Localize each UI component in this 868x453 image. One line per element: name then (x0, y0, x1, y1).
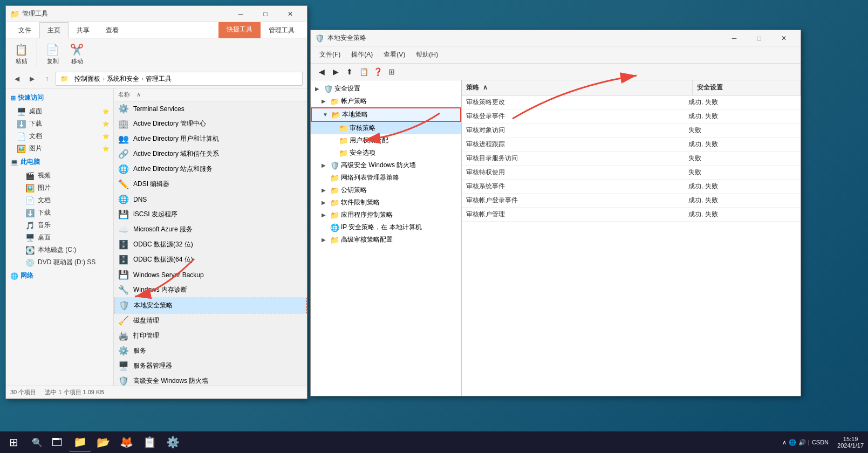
taskbar-item-file[interactable]: 📂 (92, 433, 114, 452)
secpol-menu-file[interactable]: 文件(F) (315, 49, 345, 61)
toolbar-forward-btn[interactable]: ▶ (329, 65, 342, 78)
policy-row-2[interactable]: 审核对象访问 失败 (462, 123, 801, 138)
file-item-ad-center[interactable]: 🏢 Active Directory 管理中心 (114, 116, 307, 132)
secpol-maximize-btn[interactable]: □ (747, 30, 771, 46)
tree-item-audit[interactable]: 📁 审核策略 (311, 122, 461, 134)
tree-item-adv-audit[interactable]: ▶ 📁 高级审核策略配置 (311, 234, 461, 246)
col-policy[interactable]: 策略 ∧ (462, 80, 693, 95)
taskbar-view-btn[interactable]: 🗔 (47, 433, 67, 452)
file-item-secpol[interactable]: 🛡️ 本地安全策略 (114, 298, 307, 313)
policy-row-4[interactable]: 审核目录服务访问 失败 (462, 152, 801, 166)
file-item-dns[interactable]: 🌐 DNS (114, 192, 307, 207)
file-item-adsi[interactable]: ✏️ ADSI 编辑器 (114, 177, 307, 192)
secpol-close-btn[interactable]: ✕ (771, 30, 796, 46)
start-button[interactable]: ⊞ (0, 431, 27, 453)
file-item-printmgmt[interactable]: 🖨️ 打印管理 (114, 328, 307, 344)
file-item-servermgr[interactable]: 🖥️ 服务器管理器 (114, 359, 307, 374)
file-item-wsb[interactable]: 💾 Windows Server Backup (114, 267, 307, 283)
tree-item-ipsec[interactable]: 🌐 IP 安全策略，在 本地计算机 (311, 221, 461, 234)
file-list-header[interactable]: 名称 ∧ (114, 88, 307, 101)
sidebar-item-c-drive[interactable]: 💽 本地磁盘 (C:) (6, 244, 113, 256)
tray-network[interactable]: 🌐 (789, 439, 796, 446)
tree-item-account[interactable]: ▶ 📁 帐户策略 (311, 95, 461, 107)
sidebar-item-videos[interactable]: 🎬 视频 (6, 169, 113, 182)
toolbar-help-btn[interactable]: ❓ (371, 65, 384, 78)
tree-item-local-policy[interactable]: ▼ 📂 本地策略 (311, 107, 461, 122)
sidebar-item-desktop2[interactable]: 🖥️ 桌面 (6, 231, 113, 244)
nav-forward-btn[interactable]: ▶ (25, 72, 38, 85)
file-item-odbc32[interactable]: 🗄️ ODBC 数据源(32 位) (114, 237, 307, 252)
taskbar-item-6[interactable]: ⚙️ (162, 433, 184, 452)
tree-item-userrights[interactable]: 📁 用户权限分配 (311, 134, 461, 147)
sidebar-item-desktop[interactable]: 🖥️ 桌面 ⭐ (6, 105, 113, 118)
sidebar-network[interactable]: 🌐 网络 (6, 269, 113, 283)
file-item-ad-domains[interactable]: 🔗 Active Directory 域和信任关系 (114, 147, 307, 162)
file-item-odbc64[interactable]: 🗄️ ODBC 数据源(64 位) (114, 252, 307, 267)
tree-item-netlist[interactable]: 📁 网络列表管理器策略 (311, 171, 461, 184)
sidebar-this-pc[interactable]: 💻 此电脑 (6, 155, 113, 169)
sidebar-item-docs2[interactable]: 📄 文档 (6, 194, 113, 207)
search-button[interactable]: 🔍 (28, 433, 46, 451)
tree-item-applocker[interactable]: ▶ 📁 应用程序控制策略 (311, 209, 461, 221)
sidebar-item-dl2[interactable]: ⬇️ 下载 (6, 207, 113, 219)
tree-item-advfw[interactable]: ▶ 🛡️ 高级安全 Windows 防火墙 (311, 159, 461, 171)
tab-view[interactable]: 查看 (98, 22, 127, 38)
policy-row-3[interactable]: 审核进程跟踪 成功, 失败 (462, 138, 801, 152)
tab-quicktools[interactable]: 快捷工具 (218, 22, 261, 38)
policy-row-0[interactable]: 审核策略更改 成功, 失败 (462, 95, 801, 109)
file-item-azure[interactable]: ☁️ Microsoft Azure 服务 (114, 222, 307, 237)
toolbar-up-btn[interactable]: ⬆ (343, 65, 356, 78)
sidebar-item-pics[interactable]: 🖼️ 图片 ⭐ (6, 142, 113, 155)
tab-home[interactable]: 主页 (39, 22, 69, 38)
policy-row-7[interactable]: 审核帐户登录事件 成功, 失败 (462, 194, 801, 208)
taskbar-clock[interactable]: 15:19 2024/1/17 (833, 436, 868, 449)
toolbar-show-btn[interactable]: 📋 (357, 65, 370, 78)
tab-manage[interactable]: 管理工具 (261, 22, 303, 38)
file-item-wmem[interactable]: 🔧 Windows 内存诊断 (114, 283, 307, 298)
sidebar-item-docs[interactable]: 📄 文档 ⭐ (6, 130, 113, 142)
ribbon-paste-btn[interactable]: 📋 粘贴 (10, 41, 32, 67)
tray-chevron[interactable]: ∧ (782, 439, 787, 446)
tray-speaker[interactable]: 🔊 (798, 439, 806, 446)
ribbon-move-btn[interactable]: ✂️ 移动 (66, 41, 88, 67)
tree-item-security[interactable]: ▶ 🛡️ 安全设置 (311, 83, 461, 95)
policy-row-6[interactable]: 审核系统事件 成功, 失败 (462, 180, 801, 194)
explorer-minimize-btn[interactable]: ─ (228, 6, 253, 22)
tree-item-swrestrict[interactable]: ▶ 📁 软件限制策略 (311, 196, 461, 209)
policy-row-5[interactable]: 审核特权使用 失败 (462, 166, 801, 180)
file-item-diskcln[interactable]: 🧹 磁盘清理 (114, 313, 307, 328)
secpol-menu-action[interactable]: 操作(A) (347, 49, 377, 61)
nav-back-btn[interactable]: ◀ (10, 72, 23, 85)
file-item-advfw[interactable]: 🛡️ 高级安全 Windows 防火墙 (114, 374, 307, 386)
file-item-iscsi[interactable]: 💾 iSCSI 发起程序 (114, 207, 307, 222)
taskbar-item-5[interactable]: 📋 (139, 433, 161, 452)
toolbar-grid-btn[interactable]: ⊞ (385, 65, 398, 78)
policy-row-1[interactable]: 审核登录事件 成功, 失败 (462, 109, 801, 123)
tab-file[interactable]: 文件 (10, 22, 39, 38)
taskbar-item-firefox[interactable]: 🦊 (115, 433, 138, 452)
tab-share[interactable]: 共享 (69, 22, 98, 38)
nav-up-btn[interactable]: ↑ (40, 72, 53, 85)
sidebar-item-pics2[interactable]: 🖼️ 图片 (6, 182, 113, 194)
col-setting[interactable]: 安全设置 (693, 80, 801, 95)
explorer-maximize-btn[interactable]: □ (253, 6, 278, 22)
secpol-menu-view[interactable]: 查看(V) (379, 49, 409, 61)
sidebar-item-music[interactable]: 🎵 音乐 (6, 219, 113, 231)
sidebar-quick-access[interactable]: ⊞ 快速访问 (6, 91, 113, 105)
file-item-services[interactable]: ⚙️ 服务 (114, 344, 307, 359)
sidebar-item-downloads[interactable]: ⬇️ 下载 ⭐ (6, 118, 113, 130)
explorer-close-btn[interactable]: ✕ (278, 6, 303, 22)
file-item-ad-users[interactable]: 👥 Active Directory 用户和计算机 (114, 132, 307, 147)
file-item-terminal[interactable]: ⚙️ Terminal Services (114, 101, 307, 116)
file-item-ad-sites[interactable]: 🌐 Active Directory 站点和服务 (114, 162, 307, 177)
tree-item-secopts[interactable]: 📁 安全选项 (311, 147, 461, 159)
address-field[interactable]: 📁 控制面板 › 系统和安全 › 管理工具 (56, 72, 303, 86)
tree-item-pubkey[interactable]: ▶ 📁 公钥策略 (311, 184, 461, 196)
taskbar-item-explorer[interactable]: 📁 (69, 433, 91, 452)
toolbar-back-btn[interactable]: ◀ (315, 65, 328, 78)
policy-row-8[interactable]: 审核帐户管理 成功, 失败 (462, 208, 801, 222)
sidebar-item-d-drive[interactable]: 💿 DVD 驱动器 (D:) SS (6, 256, 113, 269)
ribbon-copy-btn[interactable]: 📄 复制 (42, 41, 64, 67)
secpol-minimize-btn[interactable]: ─ (722, 30, 747, 46)
secpol-menu-help[interactable]: 帮助(H) (412, 49, 442, 61)
